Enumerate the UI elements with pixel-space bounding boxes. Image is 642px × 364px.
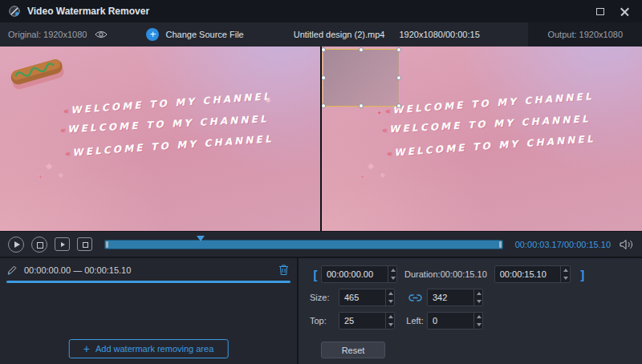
- add-watermark-area-label: Add watermark removing area: [95, 344, 213, 354]
- set-start-bracket-button[interactable]: [: [310, 268, 321, 281]
- timeline-slider[interactable]: [104, 240, 503, 249]
- sparkle-icon: +: [360, 173, 364, 181]
- spinner-controls: [560, 266, 569, 282]
- watermark-area-row[interactable]: 00:00:00.00 — 00:00:15.10: [0, 258, 297, 278]
- sparkle-icon: ✦: [265, 96, 271, 105]
- change-source-file-button[interactable]: Change Source File: [165, 30, 243, 39]
- end-time-input[interactable]: [494, 265, 571, 283]
- top-field[interactable]: [339, 313, 385, 329]
- playback-bar: 00:00:03.17/00:00:15.10: [0, 231, 642, 257]
- frame-forward-button[interactable]: [55, 237, 70, 251]
- spinner-down[interactable]: [561, 274, 569, 282]
- spinner-controls: [473, 313, 482, 329]
- spinner-up[interactable]: [474, 289, 482, 297]
- close-icon[interactable]: [620, 7, 629, 16]
- spinner-down[interactable]: [474, 321, 482, 329]
- output-preview[interactable]: WELCOME TO MY CHANNEL WELCOME TO MY CHAN…: [322, 47, 642, 231]
- sparkle-icon: ✦: [376, 109, 383, 117]
- app-title: Video Watermark Remover: [27, 6, 149, 17]
- selection-handle[interactable]: [396, 47, 401, 52]
- output-resolution-label: Output: 1920x1080: [528, 22, 642, 47]
- eye-icon[interactable]: [95, 30, 108, 39]
- spinner-down[interactable]: [474, 297, 482, 305]
- spinner-up[interactable]: [388, 266, 396, 274]
- original-preview: WELCOME TO MY CHANNEL WELCOME TO MY CHAN…: [0, 47, 320, 231]
- size-label: Size:: [310, 293, 339, 302]
- spinner-controls: [385, 313, 394, 329]
- video-watermark-remover-window: Video Watermark Remover Original: 1920x1…: [0, 0, 642, 364]
- size-height-input[interactable]: [427, 289, 483, 306]
- area-time-range-label: 00:00:00.00 — 00:00:15.10: [24, 265, 131, 275]
- spinner-up[interactable]: [561, 266, 569, 274]
- area-duration-bar[interactable]: [6, 281, 291, 283]
- spinner-up[interactable]: [386, 313, 394, 321]
- pen-icon: [6, 265, 18, 276]
- time-display: 00:00:03.17/00:00:15.10: [515, 240, 611, 249]
- size-width-field[interactable]: [339, 289, 385, 305]
- spinner-up[interactable]: [474, 313, 482, 321]
- sparkle-icon: ✧: [380, 172, 386, 180]
- plus-icon: +: [83, 345, 90, 353]
- position-row: Top: Left:: [310, 312, 631, 330]
- window-controls: [596, 7, 634, 16]
- left-input[interactable]: [427, 312, 483, 330]
- watermark-selection-box[interactable]: [323, 49, 400, 107]
- size-row: Size:: [310, 289, 631, 306]
- eclair-graphic: [5, 53, 74, 98]
- frame-stop-button[interactable]: [77, 237, 92, 251]
- toolbar: Original: 1920x1080 + Change Source File…: [0, 22, 642, 47]
- watermark-text-line: WELCOME TO MY CHANNEL: [59, 113, 269, 135]
- volume-icon[interactable]: [620, 239, 634, 250]
- watermark-area-list-panel: 00:00:00.00 — 00:00:15.10 + Add watermar…: [0, 258, 297, 364]
- left-label: Left:: [403, 316, 427, 326]
- start-time-input[interactable]: [321, 265, 397, 283]
- spinner-down[interactable]: [386, 321, 394, 329]
- selection-handle[interactable]: [359, 47, 364, 52]
- preview-area: WELCOME TO MY CHANNEL WELCOME TO MY CHAN…: [0, 47, 642, 231]
- link-ratio-icon[interactable]: [403, 293, 427, 302]
- selection-handle[interactable]: [322, 103, 326, 108]
- filename-label: Untitled design (2).mp4: [294, 30, 385, 39]
- set-end-bracket-button[interactable]: ]: [577, 268, 588, 281]
- selection-handle[interactable]: [359, 103, 364, 108]
- left-field[interactable]: [428, 313, 473, 329]
- stop-button[interactable]: [31, 237, 47, 253]
- end-time-field[interactable]: [495, 266, 561, 282]
- playhead-marker[interactable]: [197, 236, 205, 241]
- spinner-controls: [473, 289, 482, 305]
- watermark-text-line: WELCOME TO MY CHANNEL: [386, 133, 595, 159]
- time-range-row: [ Duration:00:00:15.10 ]: [310, 265, 631, 283]
- watermark-text-line: WELCOME TO MY CHANNEL: [381, 113, 591, 135]
- sparkle-icon: +: [39, 173, 43, 181]
- watermark-text-line: WELCOME TO MY CHANNEL: [63, 91, 272, 116]
- area-settings-panel: [ Duration:00:00:15.10 ] Size:: [297, 258, 642, 364]
- top-input[interactable]: [339, 312, 395, 330]
- sparkle-icon: ✦: [45, 161, 53, 172]
- selection-handle[interactable]: [396, 75, 401, 80]
- size-height-field[interactable]: [428, 289, 473, 305]
- selection-handle[interactable]: [396, 103, 401, 108]
- add-source-icon[interactable]: +: [146, 28, 159, 41]
- reset-button[interactable]: Reset: [321, 342, 385, 358]
- size-width-input[interactable]: [339, 289, 395, 306]
- original-resolution-label: Original: 1920x1080: [8, 30, 87, 39]
- sparkle-icon: ✦: [367, 161, 375, 172]
- spinner-down[interactable]: [388, 274, 396, 282]
- watermark-text-line: WELCOME TO MY CHANNEL: [384, 91, 594, 116]
- titlebar: Video Watermark Remover: [0, 0, 642, 22]
- spinner-up[interactable]: [386, 289, 394, 297]
- play-button[interactable]: [8, 237, 24, 253]
- maximize-icon[interactable]: [596, 8, 604, 15]
- spinner-down[interactable]: [386, 297, 394, 305]
- file-info-label: 1920x1080/00:00:15: [399, 30, 479, 39]
- start-time-field[interactable]: [322, 266, 388, 282]
- spinner-controls: [385, 289, 394, 305]
- add-watermark-area-button[interactable]: + Add watermark removing area: [69, 339, 229, 358]
- duration-label: Duration:00:00:15.10: [404, 269, 487, 279]
- sparkle-icon: ✧: [58, 172, 64, 180]
- spinner-controls: [388, 266, 396, 282]
- bottom-panels: 00:00:00.00 — 00:00:15.10 + Add watermar…: [0, 257, 642, 364]
- selection-handle[interactable]: [322, 47, 326, 52]
- trash-icon[interactable]: [278, 264, 289, 276]
- selection-handle[interactable]: [322, 75, 326, 80]
